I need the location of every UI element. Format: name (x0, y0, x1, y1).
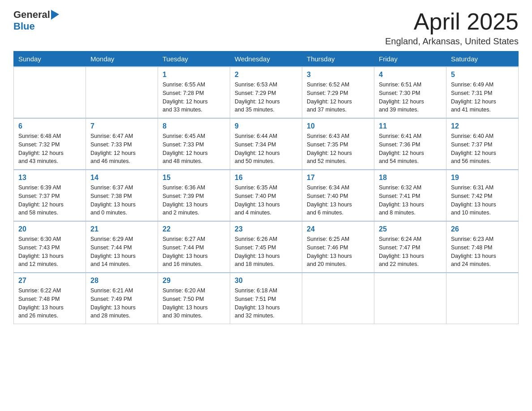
day-info: Sunrise: 6:49 AM Sunset: 7:31 PM Dayligh… (451, 81, 514, 114)
day-number: 22 (163, 225, 225, 233)
day-info: Sunrise: 6:48 AM Sunset: 7:32 PM Dayligh… (18, 132, 81, 166)
calendar-cell: 19Sunrise: 6:31 AM Sunset: 7:42 PM Dayli… (446, 170, 519, 221)
day-number: 23 (235, 225, 297, 233)
day-number: 20 (18, 225, 81, 233)
calendar-cell: 8Sunrise: 6:45 AM Sunset: 7:33 PM Daylig… (158, 118, 230, 170)
calendar-cell: 5Sunrise: 6:49 AM Sunset: 7:31 PM Daylig… (446, 67, 519, 118)
calendar-cell (14, 67, 86, 118)
day-number: 8 (163, 122, 225, 130)
day-info: Sunrise: 6:45 AM Sunset: 7:33 PM Dayligh… (163, 132, 225, 166)
day-info: Sunrise: 6:47 AM Sunset: 7:33 PM Dayligh… (90, 132, 153, 166)
calendar-cell (374, 273, 446, 324)
logo-triangle-icon (51, 10, 59, 20)
day-number: 19 (451, 174, 514, 182)
day-info: Sunrise: 6:22 AM Sunset: 7:48 PM Dayligh… (18, 287, 81, 320)
day-info: Sunrise: 6:43 AM Sunset: 7:35 PM Dayligh… (307, 132, 369, 166)
day-number: 14 (90, 174, 153, 182)
calendar-cell: 23Sunrise: 6:26 AM Sunset: 7:45 PM Dayli… (230, 221, 302, 273)
calendar-cell: 22Sunrise: 6:27 AM Sunset: 7:44 PM Dayli… (158, 221, 230, 273)
day-number: 9 (235, 122, 297, 130)
calendar-cell: 16Sunrise: 6:35 AM Sunset: 7:40 PM Dayli… (230, 170, 302, 221)
page-title: April 2025 (385, 9, 519, 34)
calendar-cell: 1Sunrise: 6:55 AM Sunset: 7:28 PM Daylig… (158, 67, 230, 118)
svg-marker-0 (51, 10, 59, 20)
calendar-cell (446, 273, 519, 324)
day-info: Sunrise: 6:21 AM Sunset: 7:49 PM Dayligh… (90, 287, 153, 320)
calendar-table: SundayMondayTuesdayWednesdayThursdayFrid… (13, 51, 519, 324)
calendar-cell: 25Sunrise: 6:24 AM Sunset: 7:47 PM Dayli… (374, 221, 446, 273)
calendar-cell: 28Sunrise: 6:21 AM Sunset: 7:49 PM Dayli… (86, 273, 158, 324)
calendar-cell: 18Sunrise: 6:32 AM Sunset: 7:41 PM Dayli… (374, 170, 446, 221)
calendar-cell: 3Sunrise: 6:52 AM Sunset: 7:29 PM Daylig… (302, 67, 374, 118)
day-number: 10 (307, 122, 369, 130)
day-info: Sunrise: 6:34 AM Sunset: 7:40 PM Dayligh… (307, 184, 369, 217)
calendar-header-row: SundayMondayTuesdayWednesdayThursdayFrid… (14, 51, 519, 67)
day-info: Sunrise: 6:36 AM Sunset: 7:39 PM Dayligh… (163, 184, 225, 217)
calendar-cell: 2Sunrise: 6:53 AM Sunset: 7:29 PM Daylig… (230, 67, 302, 118)
calendar-cell (86, 67, 158, 118)
logo: General Blue (13, 9, 59, 32)
calendar-cell: 24Sunrise: 6:25 AM Sunset: 7:46 PM Dayli… (302, 221, 374, 273)
calendar-cell: 12Sunrise: 6:40 AM Sunset: 7:37 PM Dayli… (446, 118, 519, 170)
page-header: General Blue April 2025 England, Arkansa… (13, 9, 519, 47)
day-info: Sunrise: 6:32 AM Sunset: 7:41 PM Dayligh… (379, 184, 442, 217)
calendar-cell: 9Sunrise: 6:44 AM Sunset: 7:34 PM Daylig… (230, 118, 302, 170)
day-number: 11 (379, 122, 442, 130)
calendar-cell: 4Sunrise: 6:51 AM Sunset: 7:30 PM Daylig… (374, 67, 446, 118)
day-number: 30 (235, 277, 297, 285)
day-number: 1 (163, 71, 225, 79)
day-info: Sunrise: 6:39 AM Sunset: 7:37 PM Dayligh… (18, 184, 81, 217)
day-number: 24 (307, 225, 369, 233)
day-number: 2 (235, 71, 297, 79)
day-info: Sunrise: 6:55 AM Sunset: 7:28 PM Dayligh… (163, 81, 225, 114)
calendar-cell: 27Sunrise: 6:22 AM Sunset: 7:48 PM Dayli… (14, 273, 86, 324)
calendar-week-row: 1Sunrise: 6:55 AM Sunset: 7:28 PM Daylig… (14, 67, 519, 118)
calendar-header-monday: Monday (86, 51, 158, 67)
calendar-cell: 17Sunrise: 6:34 AM Sunset: 7:40 PM Dayli… (302, 170, 374, 221)
logo-blue: Blue (13, 21, 35, 32)
location-label: England, Arkansas, United States (385, 36, 519, 47)
day-info: Sunrise: 6:31 AM Sunset: 7:42 PM Dayligh… (451, 184, 514, 217)
day-number: 21 (90, 225, 153, 233)
calendar-week-row: 13Sunrise: 6:39 AM Sunset: 7:37 PM Dayli… (14, 170, 519, 221)
day-info: Sunrise: 6:44 AM Sunset: 7:34 PM Dayligh… (235, 132, 297, 166)
day-number: 17 (307, 174, 369, 182)
day-info: Sunrise: 6:37 AM Sunset: 7:38 PM Dayligh… (90, 184, 153, 217)
day-number: 18 (379, 174, 442, 182)
day-info: Sunrise: 6:53 AM Sunset: 7:29 PM Dayligh… (235, 81, 297, 114)
day-number: 15 (163, 174, 225, 182)
day-number: 26 (451, 225, 514, 233)
calendar-header-saturday: Saturday (446, 51, 519, 67)
day-number: 7 (90, 122, 153, 130)
day-number: 13 (18, 174, 81, 182)
day-info: Sunrise: 6:27 AM Sunset: 7:44 PM Dayligh… (163, 235, 225, 269)
day-info: Sunrise: 6:24 AM Sunset: 7:47 PM Dayligh… (379, 235, 442, 269)
day-number: 29 (163, 277, 225, 285)
calendar-cell (302, 273, 374, 324)
calendar-cell: 26Sunrise: 6:23 AM Sunset: 7:48 PM Dayli… (446, 221, 519, 273)
day-info: Sunrise: 6:35 AM Sunset: 7:40 PM Dayligh… (235, 184, 297, 217)
day-number: 27 (18, 277, 81, 285)
calendar-week-row: 27Sunrise: 6:22 AM Sunset: 7:48 PM Dayli… (14, 273, 519, 324)
calendar-week-row: 6Sunrise: 6:48 AM Sunset: 7:32 PM Daylig… (14, 118, 519, 170)
day-number: 6 (18, 122, 81, 130)
calendar-cell: 21Sunrise: 6:29 AM Sunset: 7:44 PM Dayli… (86, 221, 158, 273)
calendar-cell: 29Sunrise: 6:20 AM Sunset: 7:50 PM Dayli… (158, 273, 230, 324)
day-info: Sunrise: 6:51 AM Sunset: 7:30 PM Dayligh… (379, 81, 442, 114)
day-info: Sunrise: 6:29 AM Sunset: 7:44 PM Dayligh… (90, 235, 153, 269)
calendar-cell: 15Sunrise: 6:36 AM Sunset: 7:39 PM Dayli… (158, 170, 230, 221)
day-number: 25 (379, 225, 442, 233)
day-info: Sunrise: 6:52 AM Sunset: 7:29 PM Dayligh… (307, 81, 369, 114)
day-info: Sunrise: 6:26 AM Sunset: 7:45 PM Dayligh… (235, 235, 297, 269)
day-info: Sunrise: 6:23 AM Sunset: 7:48 PM Dayligh… (451, 235, 514, 269)
day-info: Sunrise: 6:18 AM Sunset: 7:51 PM Dayligh… (235, 287, 297, 320)
day-info: Sunrise: 6:25 AM Sunset: 7:46 PM Dayligh… (307, 235, 369, 269)
calendar-header-tuesday: Tuesday (158, 51, 230, 67)
day-info: Sunrise: 6:40 AM Sunset: 7:37 PM Dayligh… (451, 132, 514, 166)
calendar-cell: 11Sunrise: 6:41 AM Sunset: 7:36 PM Dayli… (374, 118, 446, 170)
title-area: April 2025 England, Arkansas, United Sta… (385, 9, 519, 47)
calendar-cell: 10Sunrise: 6:43 AM Sunset: 7:35 PM Dayli… (302, 118, 374, 170)
logo-general: General (13, 9, 50, 21)
calendar-header-friday: Friday (374, 51, 446, 67)
calendar-cell: 7Sunrise: 6:47 AM Sunset: 7:33 PM Daylig… (86, 118, 158, 170)
